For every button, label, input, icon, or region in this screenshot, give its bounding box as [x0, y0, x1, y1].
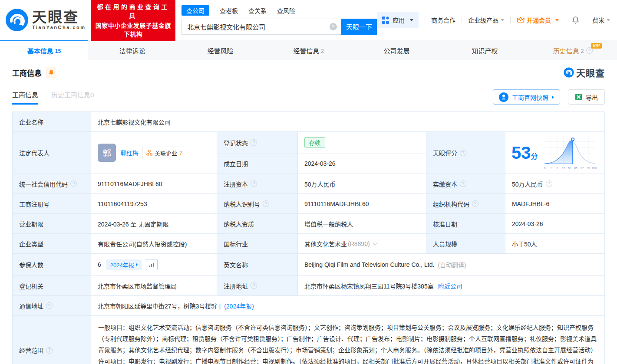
related-companies-badge[interactable]: 关联企业 7: [142, 147, 186, 159]
field-value-taxpayer-quality: 增值税一般纳税人: [298, 214, 426, 233]
slogan-line2: 国家中小企业发展子基金旗下机构: [95, 21, 171, 38]
help-icon[interactable]: [251, 282, 257, 289]
value-text: 50万人民币: [512, 180, 543, 188]
help-icon[interactable]: [46, 347, 53, 354]
apps-menu[interactable]: 应用: [377, 12, 419, 28]
tab-label: 基本信息: [27, 46, 53, 55]
tab-operating-risk[interactable]: 经营风险: [176, 40, 264, 60]
field-value-company-type: 有限责任公司(自然人投资或控股): [91, 234, 217, 253]
watermark-text: 天眼查: [576, 66, 605, 79]
insured-trend-button[interactable]: [146, 259, 158, 270]
search-tab-company[interactable]: 查公司: [181, 5, 209, 16]
notifications-button[interactable]: [571, 16, 580, 24]
tab-basic-info[interactable]: 基本信息 15: [0, 40, 88, 60]
search-tabs: 查公司 查老板 查关系 查风险: [181, 5, 377, 16]
tab-count: 2: [321, 48, 324, 54]
chevron-down-icon: [501, 19, 504, 21]
help-icon[interactable]: [46, 302, 53, 309]
field-label-legal-rep: 法定代表人: [13, 132, 91, 174]
basic-info-content: 工商信息 天眼查 工商信息 历史工商信息0: [0, 60, 617, 364]
slogan-line1: 都在用的商业查询工具: [95, 2, 171, 20]
label-text: 经营范围: [19, 346, 43, 354]
field-value-staff: 小于50人: [505, 234, 604, 253]
field-label-en-name: 英文名称: [217, 254, 297, 275]
field-label-reg-no: 工商注册号: [13, 194, 91, 213]
search-tab-risk[interactable]: 查风险: [277, 6, 295, 15]
open-vip-label: 开通会员: [527, 16, 551, 24]
monitor-bell-button[interactable]: [46, 67, 56, 78]
brand-name: 天眼查: [32, 10, 86, 25]
page-header: 天眼查 TianYanCha.com 都在用的商业查询工具 国家中小企业发展子基…: [0, 0, 617, 40]
bell-icon: [48, 69, 54, 76]
open-vip-menu[interactable]: 开通会员: [517, 16, 559, 24]
chevron-down-icon: [410, 19, 413, 21]
eye-logo-icon: [5, 8, 29, 32]
org-network-icon: [146, 150, 152, 156]
enterprise-products-menu[interactable]: 企业级产品: [468, 16, 504, 24]
subtab-business-info[interactable]: 工商信息: [12, 90, 38, 105]
svg-text:97: 97: [581, 167, 584, 170]
official-snapshot-button[interactable]: 工商官网快照: [493, 89, 560, 105]
search-button[interactable]: 天眼一下: [341, 19, 377, 35]
field-value-score: 53分: [505, 132, 604, 174]
english-name: Beijing Qiqi Film and Television Culture…: [304, 261, 434, 268]
svg-text:50: 50: [568, 167, 571, 170]
tab-company-development[interactable]: 公司发展: [353, 40, 441, 60]
field-label-authority: 登记机关: [13, 276, 91, 295]
user-account-menu[interactable]: 费米: [592, 16, 610, 24]
tab-intellectual-property[interactable]: 知识产权: [441, 40, 529, 60]
subtab-label: 历史工商信息: [51, 91, 90, 98]
crown-icon: [517, 16, 525, 23]
help-icon[interactable]: [70, 180, 77, 187]
svg-text:85: 85: [574, 167, 578, 170]
field-value-credit-code: 91110116MADFJHBL60: [91, 174, 217, 193]
help-icon[interactable]: [263, 200, 269, 207]
tab-history-info[interactable]: VIP 历史信息 2: [529, 40, 617, 60]
svg-text:3: 3: [556, 167, 558, 170]
field-label-org-code: 组织机构代码: [426, 194, 505, 213]
industry-code: (R8890): [348, 240, 370, 247]
export-button[interactable]: 导出: [568, 89, 605, 105]
field-value-mail-address: 北京市朝阳区延静里中街27号，树院3号楼5门 (2024年报): [91, 296, 604, 315]
score-unit: 分: [531, 153, 538, 160]
divider: [425, 17, 425, 23]
nearby-companies-link[interactable]: 附近公司: [438, 282, 462, 290]
label-text: 统一社会信用代码: [19, 180, 68, 188]
search-input[interactable]: [181, 19, 341, 35]
tab-label: 法律诉讼: [119, 46, 145, 55]
field-value-scope: 一般项目：组织文化艺术交流活动；信息咨询服务（不含许可类信息咨询服务）；文艺创作…: [91, 316, 604, 364]
help-icon[interactable]: [472, 200, 478, 207]
tab-business-info[interactable]: 经营信息 2: [264, 40, 353, 60]
help-icon[interactable]: [460, 180, 466, 187]
help-icon[interactable]: [251, 180, 257, 187]
help-icon[interactable]: [460, 150, 466, 156]
field-label-mail-address: 通信地址: [13, 296, 91, 315]
svg-text:1: 1: [550, 167, 552, 170]
field-label-company-name: 企业名称: [13, 112, 91, 131]
annual-report-link[interactable]: (2024年报): [224, 302, 254, 310]
search-area: 查公司 查老板 查关系 查风险 × 天眼一下: [181, 5, 377, 35]
field-value-address: 北京市怀柔区杨宋镇凤翔三园11号院3号楼385室 附近公司: [298, 276, 604, 295]
legal-rep-name-link[interactable]: 郭红梅: [120, 148, 139, 157]
tab-label: 知识产权: [472, 46, 498, 55]
related-count: 7: [179, 150, 182, 156]
help-icon[interactable]: [251, 139, 257, 146]
tab-legal-proceedings[interactable]: 法律诉讼: [88, 40, 176, 60]
chevron-down-icon[interactable]: [373, 240, 377, 245]
business-cooperation-link[interactable]: 商务合作: [431, 16, 455, 24]
annual-report-badge[interactable]: 2024年报: [106, 259, 142, 270]
business-info-table: 企业名称 北京七麒影视文化有限公司 法定代表人 郭 郭红梅 关联企业 7 登记状…: [12, 111, 605, 364]
clear-search-icon[interactable]: ×: [330, 23, 337, 30]
mail-address-text: 北京市朝阳区延静里中街27号，树院3号楼5门: [98, 302, 221, 310]
subtab-history-business-info[interactable]: 历史工商信息0: [51, 90, 94, 105]
help-icon[interactable]: [546, 180, 552, 187]
search-tab-relation[interactable]: 查关系: [248, 6, 267, 15]
search-tab-boss[interactable]: 查老板: [220, 6, 238, 15]
svg-text:0: 0: [544, 167, 546, 170]
label-text: 组织机构代码: [433, 200, 469, 208]
field-label-approve-date: 核准日期: [426, 214, 505, 233]
label-text: 天眼评分: [433, 148, 457, 157]
tianyancha-logo[interactable]: 天眼查 TianYanCha.com: [5, 8, 86, 32]
legal-rep-avatar[interactable]: 郭: [98, 144, 116, 162]
vip-badge: VIP: [591, 43, 602, 49]
